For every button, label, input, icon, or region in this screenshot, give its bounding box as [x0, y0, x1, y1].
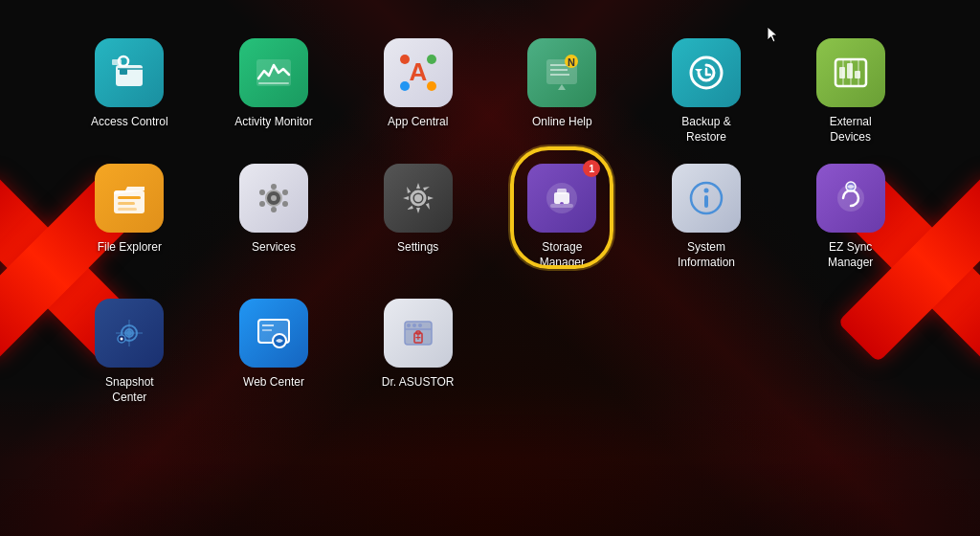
notification-badge: 1 — [583, 160, 600, 177]
app-backup-restore[interactable]: Backup & Restore — [635, 29, 779, 154]
svg-point-64 — [407, 324, 411, 327]
label-file-explorer: File Explorer — [98, 240, 162, 256]
svg-point-36 — [282, 190, 288, 195]
app-file-explorer[interactable]: File Explorer — [57, 154, 202, 279]
svg-point-66 — [418, 324, 422, 327]
label-backup-restore: Backup & Restore — [663, 115, 749, 145]
app-grid-row3: Snapshot Center Web Center + — [0, 289, 980, 414]
svg-marker-18 — [558, 84, 566, 90]
app-snapshot-center[interactable]: Snapshot Center — [57, 289, 202, 414]
icon-external-devices — [816, 38, 885, 107]
icon-storage-manager: 1 — [527, 164, 596, 233]
app-grid-row2: File Explorer Services — [0, 145, 980, 279]
svg-rect-26 — [855, 71, 860, 78]
svg-point-34 — [271, 207, 277, 212]
icon-online-help: N — [527, 38, 596, 107]
svg-text:A: A — [409, 57, 427, 86]
svg-rect-48 — [704, 195, 708, 208]
svg-rect-29 — [118, 202, 135, 205]
svg-rect-3 — [112, 59, 122, 65]
svg-point-11 — [427, 81, 436, 91]
svg-point-8 — [400, 55, 410, 64]
svg-rect-1 — [120, 69, 127, 75]
icon-file-explorer — [95, 164, 164, 233]
svg-rect-25 — [847, 63, 853, 78]
label-access-control: Access Control — [91, 115, 168, 130]
label-system-information: System Information — [663, 240, 749, 270]
label-storage-manager: Storage Manager — [519, 240, 605, 270]
svg-point-38 — [282, 201, 288, 207]
svg-point-32 — [271, 195, 277, 201]
label-ez-sync: EZ Sync Manager — [808, 240, 894, 270]
label-web-center: Web Center — [243, 375, 304, 391]
label-snapshot-center: Snapshot Center — [86, 375, 172, 405]
app-services[interactable]: Services — [202, 154, 346, 279]
icon-web-center — [239, 299, 308, 368]
app-settings[interactable]: Settings — [345, 154, 490, 279]
icon-backup-restore — [672, 38, 741, 107]
app-storage-manager[interactable]: 1 Storage Manager — [490, 154, 635, 279]
svg-point-47 — [703, 189, 708, 193]
svg-point-9 — [427, 55, 436, 64]
icon-activity-monitor — [239, 38, 308, 107]
label-online-help: Online Help — [532, 115, 592, 130]
svg-rect-6 — [258, 82, 289, 84]
svg-point-10 — [400, 81, 410, 91]
icon-access-control — [95, 38, 164, 107]
svg-point-65 — [412, 324, 416, 327]
label-services: Services — [252, 240, 296, 256]
svg-text:N: N — [568, 56, 575, 68]
icon-dr-asustor: + — [384, 299, 453, 368]
app-system-information[interactable]: System Information — [635, 154, 779, 279]
svg-rect-24 — [839, 67, 845, 78]
app-access-control[interactable]: Access Control — [57, 29, 202, 154]
icon-system-information — [672, 164, 741, 233]
app-activity-monitor[interactable]: Activity Monitor — [202, 29, 346, 154]
icon-settings — [384, 164, 453, 233]
icon-snapshot-center — [95, 299, 164, 368]
app-online-help[interactable]: N Online Help — [490, 29, 635, 154]
svg-point-40 — [414, 194, 422, 202]
label-external-devices: External Devices — [808, 115, 894, 145]
svg-rect-30 — [118, 208, 137, 211]
svg-rect-28 — [118, 196, 141, 199]
app-ez-sync[interactable]: EZ Sync Manager — [778, 154, 923, 279]
app-external-devices[interactable]: External Devices — [778, 29, 923, 154]
svg-point-37 — [259, 201, 265, 207]
label-settings: Settings — [397, 240, 438, 256]
label-activity-monitor: Activity Monitor — [234, 115, 312, 130]
icon-services — [239, 164, 308, 233]
app-app-central[interactable]: A App Central — [345, 29, 490, 154]
label-dr-asustor: Dr. ASUSTOR — [382, 375, 455, 391]
svg-point-35 — [259, 190, 265, 195]
svg-marker-20 — [695, 69, 702, 73]
label-app-central: App Central — [388, 115, 448, 130]
svg-point-33 — [271, 184, 277, 190]
icon-ez-sync — [816, 164, 885, 233]
svg-rect-43 — [557, 189, 567, 194]
icon-app-central: A — [384, 38, 453, 107]
app-dr-asustor[interactable]: + Dr. ASUSTOR — [345, 289, 490, 414]
app-grid-row1: Access Control Activity Monitor A App Ce… — [0, 0, 980, 154]
svg-rect-45 — [550, 204, 573, 208]
svg-point-57 — [121, 338, 123, 341]
app-web-center[interactable]: Web Center — [202, 289, 346, 414]
